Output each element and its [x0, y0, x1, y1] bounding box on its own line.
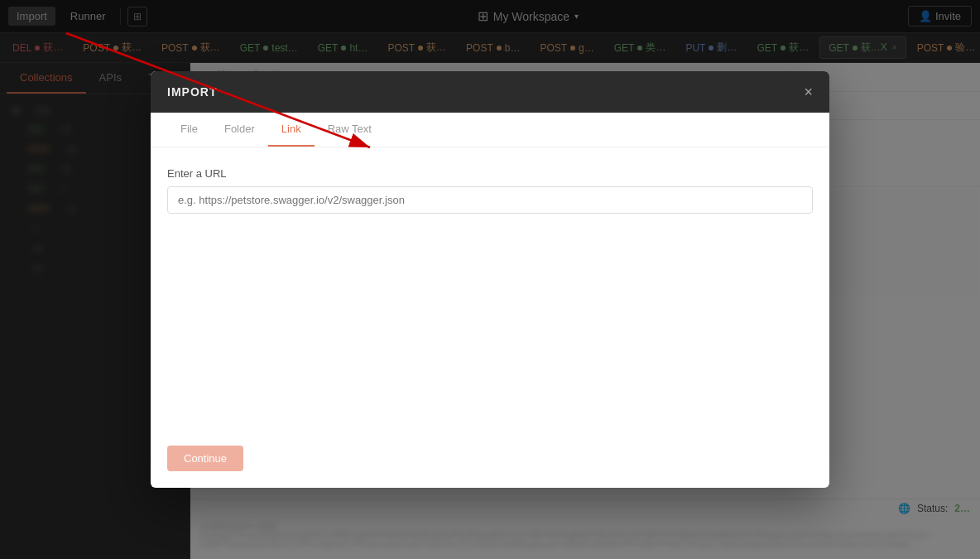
continue-button[interactable]: Continue [167, 446, 243, 471]
modal-title-label: IMPORT [167, 85, 217, 99]
modal-field-label: Enter a URL [167, 167, 813, 180]
modal-tab-raw-text[interactable]: Raw Text [315, 113, 385, 147]
import-modal: IMPORT × File Folder Link Raw Text Enter… [151, 71, 829, 488]
modal-overlay[interactable]: IMPORT × File Folder Link Raw Text Enter… [0, 0, 980, 559]
modal-header: IMPORT × [151, 71, 829, 113]
modal-tab-link[interactable]: Link [268, 113, 315, 147]
modal-url-input[interactable] [167, 186, 813, 214]
modal-body: Enter a URL [151, 147, 829, 446]
modal-tab-file[interactable]: File [167, 113, 211, 147]
modal-close-button[interactable]: × [804, 84, 813, 99]
modal-tab-folder[interactable]: Folder [211, 113, 268, 147]
modal-tabs: File Folder Link Raw Text [151, 113, 829, 147]
modal-footer: Continue [151, 446, 829, 488]
